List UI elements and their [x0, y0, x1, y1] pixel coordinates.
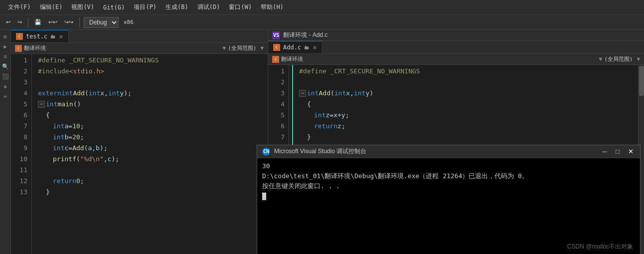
vs-title-text: 翻译环境 - Add.c: [283, 31, 327, 39]
debug-title-bar: CN Microsoft Visual Studio 调试控制台 ─ □ ✕: [257, 145, 640, 158]
vs-title-bar: VS 翻译环境 - Add.c: [268, 30, 644, 41]
sidebar-icon-3[interactable]: ⚙: [1, 52, 10, 61]
left-tab-close[interactable]: ×: [59, 32, 63, 40]
right-tab-addc[interactable]: c Add.c 🖿 ×: [268, 41, 322, 53]
right-code-line-4: {: [299, 99, 638, 110]
fold-btn-r3[interactable]: −: [299, 90, 306, 97]
right-code-line-3: −int Add(int x, int y): [299, 88, 638, 99]
debug-output-line2: D:\code\test_01\翻译环境\Debug\翻译环境.exe（进程 2…: [262, 171, 635, 181]
right-tab-bar: c Add.c 🖿 ×: [268, 41, 644, 54]
right-scope-label: (全局范围): [604, 55, 633, 63]
left-env-label[interactable]: 翻译环境: [24, 44, 221, 52]
left-tab-bar: c test.c 🖿 ×: [11, 30, 268, 43]
menu-help[interactable]: 帮助(H): [257, 2, 288, 12]
code-line-8: int b = 20;: [38, 132, 268, 143]
code-line-10: printf("%d\n", c);: [38, 154, 268, 165]
right-tab-close[interactable]: ×: [313, 43, 317, 51]
sidebar-icon-1[interactable]: ⊞: [1, 32, 10, 41]
code-line-3: [38, 77, 268, 88]
code-line-7: int a = 10;: [38, 121, 268, 132]
vs-logo-icon: VS: [272, 31, 280, 39]
right-tab-icon: c: [273, 44, 280, 51]
left-editor-panel: c test.c 🖿 × c 翻译环境 ▼ (全局范围) ▼ 1 2 3 4 5…: [11, 30, 268, 254]
right-tab-pin: 🖿: [304, 44, 310, 51]
toolbar: ↩ ↪ 💾 ↩↩ ↪↪ Debug x86: [0, 15, 644, 30]
sidebar-icon-4[interactable]: 🔍: [1, 62, 10, 71]
debug-body: 30 D:\code\test_01\翻译环境\Debug\翻译环境.exe（进…: [257, 158, 640, 254]
code-line-12: return 0;: [38, 176, 268, 187]
menu-file[interactable]: 文件(F): [4, 2, 35, 12]
sidebar: ⊞ ▶ ⚙ 🔍 ⬛ ◈ ⇌: [0, 30, 11, 254]
menu-project[interactable]: 项目(P): [130, 2, 161, 12]
toolbar-sep-2: [79, 17, 80, 27]
fold-btn-5[interactable]: −: [38, 101, 45, 108]
sidebar-icon-5[interactable]: ⬛: [1, 72, 10, 81]
menu-debug[interactable]: 调试(D): [193, 2, 224, 12]
right-env-label[interactable]: 翻译环境: [281, 55, 597, 63]
indent-13: }: [46, 187, 50, 198]
right-scrollbar-thumb[interactable]: [639, 66, 644, 96]
toolbar-forward-btn[interactable]: ↪: [15, 18, 24, 26]
menu-edit[interactable]: 编辑(E): [36, 2, 67, 12]
left-line-numbers: 1 2 3 4 5 6 7 8 9 10 11 12 13: [11, 54, 32, 254]
right-code-line-1: #define _CRT_SECURE_NO_WARNINGS: [299, 66, 638, 77]
debug-console-panel: CN Microsoft Visual Studio 调试控制台 ─ □ ✕ 3…: [257, 145, 641, 254]
code-line-5: −int main(): [38, 99, 268, 110]
code-line-2: #include <stdio.h>: [38, 66, 268, 77]
code-line-6: {: [38, 110, 268, 121]
code-line-1: #define _CRT_SECURE_NO_WARNINGS: [38, 55, 268, 66]
debug-minimize-btn[interactable]: ─: [600, 147, 609, 156]
menu-window[interactable]: 窗口(W): [225, 2, 256, 12]
toolbar-back-btn[interactable]: ↩: [4, 18, 12, 26]
left-scope-label: (全局范围): [228, 44, 256, 52]
left-tab-testc[interactable]: c test.c 🖿 ×: [11, 30, 69, 42]
left-tab-label: test.c: [26, 33, 47, 40]
toolbar-redo-btn[interactable]: ↪↪: [62, 18, 75, 26]
left-env-bar: c 翻译环境 ▼ (全局范围) ▼: [11, 43, 268, 54]
menu-git[interactable]: Git(G): [99, 3, 129, 12]
toolbar-sep-1: [28, 17, 28, 27]
code-line-9: int c = Add(a, b);: [38, 143, 268, 154]
debug-close-btn[interactable]: ✕: [626, 147, 635, 156]
right-code-line-2: [299, 77, 638, 88]
debug-output-line1: 30: [262, 161, 635, 171]
toolbar-undo-btn[interactable]: ↩↩: [46, 18, 59, 26]
code-line-4: extern int Add(int x, int y);: [38, 88, 268, 99]
debug-title-text: Microsoft Visual Studio 调试控制台: [274, 147, 596, 156]
menu-bar: 文件(F) 编辑(E) 视图(V) Git(G) 项目(P) 生成(B) 调试(…: [0, 0, 644, 15]
sidebar-icon-2[interactable]: ▶: [1, 42, 10, 51]
right-env-icon: c: [272, 56, 279, 63]
left-code-content: #define _CRT_SECURE_NO_WARNINGS #include…: [32, 54, 268, 254]
debug-cursor: [262, 193, 266, 200]
right-code-line-6: return z;: [299, 121, 638, 132]
left-tab-icon: c: [16, 33, 23, 40]
debug-title-icon: CN: [262, 148, 270, 156]
left-tab-pin: 🖿: [50, 33, 56, 40]
toolbar-save-btn[interactable]: 💾: [32, 18, 43, 26]
right-tab-label: Add.c: [283, 44, 301, 51]
debug-output-line3: 按任意键关闭此窗口. . .: [262, 181, 635, 191]
sidebar-icon-7[interactable]: ⇌: [1, 92, 10, 101]
right-code-line-5: int z = x + y;: [299, 110, 638, 121]
right-code-line-7: }: [299, 132, 638, 143]
menu-build[interactable]: 生成(B): [161, 2, 192, 12]
debug-config-select[interactable]: Debug: [84, 17, 119, 28]
code-line-11: [38, 165, 268, 176]
indent-6: {: [46, 110, 50, 121]
debug-watermark: CSDN @malloc不出对象: [567, 243, 633, 251]
toolbar-arch: x86: [122, 19, 136, 25]
debug-cursor-line: [262, 191, 635, 201]
right-env-bar: c 翻译环境 ▼ (全局范围) ▼: [268, 54, 644, 65]
code-line-13: }: [38, 187, 268, 198]
menu-view[interactable]: 视图(V): [67, 2, 98, 12]
left-code-area[interactable]: 1 2 3 4 5 6 7 8 9 10 11 12 13 #define _C…: [11, 54, 268, 254]
left-env-icon: c: [15, 45, 22, 52]
debug-restore-btn[interactable]: □: [613, 147, 622, 156]
sidebar-icon-6[interactable]: ◈: [1, 82, 10, 91]
